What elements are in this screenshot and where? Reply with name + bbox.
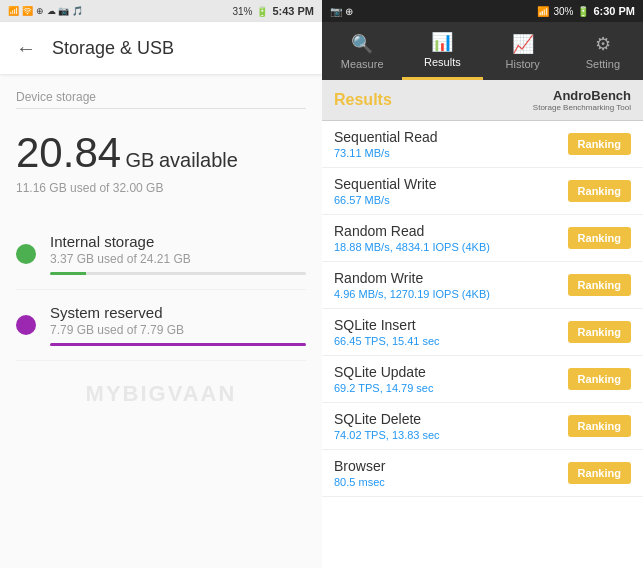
history-icon: 📈: [512, 33, 534, 55]
tab-measure-label: Measure: [341, 58, 384, 70]
right-status-right: 📶 30% 🔋 6:30 PM: [537, 5, 635, 17]
bench-name-2: Random Read: [334, 223, 568, 239]
bench-value-0: 73.11 MB/s: [334, 147, 568, 159]
bench-item-5: SQLite Update69.2 TPS, 14.79 secRanking: [322, 356, 643, 403]
androbench-name: AndroBench: [553, 88, 631, 103]
ranking-button-3[interactable]: Ranking: [568, 274, 631, 296]
results-title: Results: [334, 91, 392, 109]
gb-unit: GB: [126, 149, 155, 171]
bench-info-2: Random Read18.88 MB/s, 4834.1 IOPS (4KB): [334, 223, 568, 253]
bench-info-7: Browser80.5 msec: [334, 458, 568, 488]
used-text: 11.16 GB used of 32.00 GB: [16, 181, 306, 195]
bench-item-4: SQLite Insert66.45 TPS, 15.41 secRanking: [322, 309, 643, 356]
bench-value-1: 66.57 MB/s: [334, 194, 568, 206]
ranking-button-2[interactable]: Ranking: [568, 227, 631, 249]
ranking-button-0[interactable]: Ranking: [568, 133, 631, 155]
bench-value-2: 18.88 MB/s, 4834.1 IOPS (4KB): [334, 241, 568, 253]
device-storage-label: Device storage: [16, 90, 306, 109]
battery-icon-right: 🔋: [577, 6, 589, 17]
tab-history-label: History: [506, 58, 540, 70]
bench-value-4: 66.45 TPS, 15.41 sec: [334, 335, 568, 347]
available-gb-number: 20.84: [16, 129, 121, 176]
signal-icon: 📶: [8, 6, 19, 16]
results-header: Results AndroBench Storage Benchmarking …: [322, 80, 643, 121]
bench-info-5: SQLite Update69.2 TPS, 14.79 sec: [334, 364, 568, 394]
bench-item-2: Random Read18.88 MB/s, 4834.1 IOPS (4KB)…: [322, 215, 643, 262]
battery-percent-right: 30%: [553, 6, 573, 17]
androbench-logo: AndroBench Storage Benchmarking Tool: [533, 88, 631, 112]
available-text: available: [159, 149, 238, 171]
bench-item-6: SQLite Delete74.02 TPS, 13.83 secRanking: [322, 403, 643, 450]
left-status-icons: 📶 🛜 ⊕ ☁ 📷 🎵: [8, 6, 83, 16]
ranking-button-5[interactable]: Ranking: [568, 368, 631, 390]
tab-setting-label: Setting: [586, 58, 620, 70]
internal-storage-used: 3.37 GB used of 24.21 GB: [50, 252, 306, 266]
right-status-icons: 📷 ⊕: [330, 6, 353, 17]
tab-results[interactable]: 📊 Results: [402, 22, 482, 80]
internal-storage-progress: [50, 272, 306, 275]
page-title: Storage & USB: [52, 38, 174, 59]
storage-available: 20.84 GB available 11.16 GB used of 32.0…: [16, 121, 306, 203]
results-icon: 📊: [431, 31, 453, 53]
bench-info-4: SQLite Insert66.45 TPS, 15.41 sec: [334, 317, 568, 347]
bench-value-7: 80.5 msec: [334, 476, 568, 488]
ranking-button-1[interactable]: Ranking: [568, 180, 631, 202]
system-reserved-dot: [16, 315, 36, 335]
system-reserved-fill: [50, 343, 306, 346]
system-reserved-progress: [50, 343, 306, 346]
battery-icon-left: 🔋: [256, 6, 268, 17]
setting-icon: ⚙: [595, 33, 611, 55]
bench-value-3: 4.96 MB/s, 1270.19 IOPS (4KB): [334, 288, 568, 300]
ranking-button-6[interactable]: Ranking: [568, 415, 631, 437]
system-reserved-used: 7.79 GB used of 7.79 GB: [50, 323, 306, 337]
bench-item-3: Random Write4.96 MB/s, 1270.19 IOPS (4KB…: [322, 262, 643, 309]
bench-name-0: Sequential Read: [334, 129, 568, 145]
ranking-button-4[interactable]: Ranking: [568, 321, 631, 343]
content-left: Device storage 20.84 GB available 11.16 …: [0, 74, 322, 568]
bench-value-5: 69.2 TPS, 14.79 sec: [334, 382, 568, 394]
camera-icon-right: 📷: [330, 6, 342, 17]
internal-storage-name: Internal storage: [50, 233, 306, 250]
internal-storage-item[interactable]: Internal storage 3.37 GB used of 24.21 G…: [16, 219, 306, 290]
tab-setting[interactable]: ⚙ Setting: [563, 22, 643, 80]
time-right: 6:30 PM: [593, 5, 635, 17]
right-panel: 📷 ⊕ 📶 30% 🔋 6:30 PM 🔍 Measure 📊 Results …: [322, 0, 643, 568]
bench-name-3: Random Write: [334, 270, 568, 286]
benchmark-list: Sequential Read73.11 MB/sRankingSequenti…: [322, 121, 643, 568]
bench-name-4: SQLite Insert: [334, 317, 568, 333]
back-button[interactable]: ←: [16, 37, 36, 60]
watermark: MYBIGVAAN: [16, 381, 306, 407]
notification-icons: ⊕ ☁ 📷 🎵: [36, 6, 83, 16]
tab-bar: 🔍 Measure 📊 Results 📈 History ⚙ Setting: [322, 22, 643, 80]
internal-storage-dot: [16, 244, 36, 264]
notification-icon-right: ⊕: [345, 6, 353, 17]
bench-name-5: SQLite Update: [334, 364, 568, 380]
status-bar-right: 📷 ⊕ 📶 30% 🔋 6:30 PM: [322, 0, 643, 22]
bench-item-0: Sequential Read73.11 MB/sRanking: [322, 121, 643, 168]
status-bar-left: 📶 🛜 ⊕ ☁ 📷 🎵 31% 🔋 5:43 PM: [0, 0, 322, 22]
system-reserved-info: System reserved 7.79 GB used of 7.79 GB: [50, 304, 306, 346]
bench-value-6: 74.02 TPS, 13.83 sec: [334, 429, 568, 441]
internal-storage-info: Internal storage 3.37 GB used of 24.21 G…: [50, 233, 306, 275]
bench-item-1: Sequential Write66.57 MB/sRanking: [322, 168, 643, 215]
bench-info-0: Sequential Read73.11 MB/s: [334, 129, 568, 159]
tab-history[interactable]: 📈 History: [483, 22, 563, 80]
internal-storage-fill: [50, 272, 86, 275]
bench-name-7: Browser: [334, 458, 568, 474]
left-panel: 📶 🛜 ⊕ ☁ 📷 🎵 31% 🔋 5:43 PM ← Storage & US…: [0, 0, 322, 568]
bench-info-6: SQLite Delete74.02 TPS, 13.83 sec: [334, 411, 568, 441]
bench-item-7: Browser80.5 msecRanking: [322, 450, 643, 497]
time-left: 5:43 PM: [272, 5, 314, 17]
bench-name-1: Sequential Write: [334, 176, 568, 192]
bench-info-1: Sequential Write66.57 MB/s: [334, 176, 568, 206]
measure-icon: 🔍: [351, 33, 373, 55]
system-reserved-item[interactable]: System reserved 7.79 GB used of 7.79 GB: [16, 290, 306, 361]
wifi-icon: 🛜: [22, 6, 33, 16]
system-reserved-name: System reserved: [50, 304, 306, 321]
androbench-subtitle: Storage Benchmarking Tool: [533, 103, 631, 112]
battery-percent-left: 31%: [232, 6, 252, 17]
top-bar: ← Storage & USB: [0, 22, 322, 74]
tab-measure[interactable]: 🔍 Measure: [322, 22, 402, 80]
tab-results-label: Results: [424, 56, 461, 68]
ranking-button-7[interactable]: Ranking: [568, 462, 631, 484]
